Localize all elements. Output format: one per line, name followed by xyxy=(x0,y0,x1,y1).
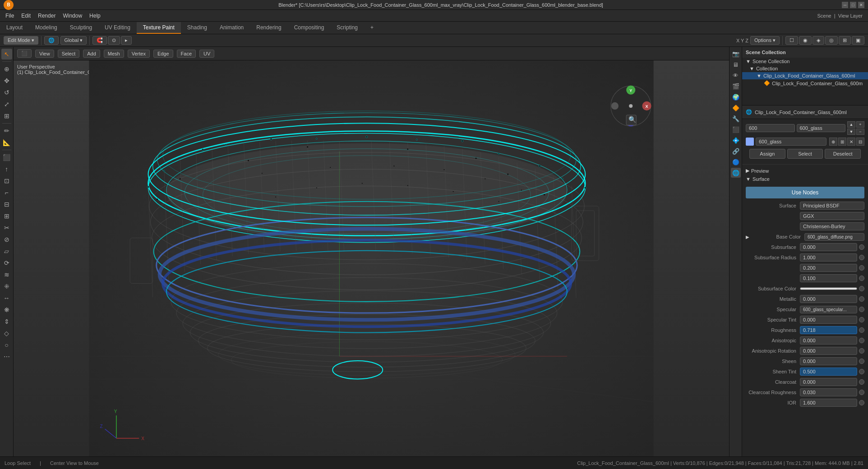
viewport-shading-btn[interactable]: 🌐 xyxy=(44,36,59,45)
material-remove-btn[interactable]: − xyxy=(856,129,864,135)
measure-tool[interactable]: 📐 xyxy=(1,137,12,148)
rip-tool[interactable]: ⋯ xyxy=(1,351,12,362)
clearcoat-dot[interactable] xyxy=(859,379,864,385)
cursor-tool[interactable]: ⊕ xyxy=(1,64,12,74)
sheen-tint-value[interactable]: 0.500 xyxy=(800,368,857,376)
sheen-value[interactable]: 0.000 xyxy=(800,357,857,365)
tab-texture-paint[interactable]: Texture Paint xyxy=(137,22,181,34)
snap-btn[interactable]: 🧲 xyxy=(92,36,107,45)
subsurface-value[interactable]: 0.000 xyxy=(800,243,857,251)
use-nodes-button[interactable]: Use Nodes xyxy=(746,187,864,198)
constraints-properties-icon[interactable]: 🔗 xyxy=(731,146,741,156)
material-btn[interactable]: ◈ xyxy=(813,36,824,45)
rotate-tool[interactable]: ↺ xyxy=(1,87,12,98)
tab-rendering[interactable]: Rendering xyxy=(250,22,287,34)
maximize-button[interactable]: □ xyxy=(850,2,856,8)
transform-tool[interactable]: ⊞ xyxy=(1,110,12,121)
add-cube-tool[interactable]: ⬛ xyxy=(1,152,12,163)
sheen-tint-dot[interactable] xyxy=(859,369,864,374)
menu-render[interactable]: Render xyxy=(34,12,59,20)
push-pull-tool[interactable]: ⇕ xyxy=(1,316,12,327)
object-properties-icon[interactable]: 🔶 xyxy=(731,103,741,113)
outliner-mesh[interactable]: 🔶 Clip_Lock_Food_Container_Glass_600m xyxy=(742,79,868,87)
material-active-name[interactable]: 600_glass xyxy=(756,138,826,146)
anisotropic-value[interactable]: 0.000 xyxy=(800,336,857,345)
subsurface-radius-b-value[interactable]: 0.100 xyxy=(800,274,857,282)
move-tool[interactable]: ✥ xyxy=(1,75,12,86)
proportional-edit[interactable]: ⊙ xyxy=(108,36,120,45)
subsurface-color-dot[interactable] xyxy=(859,286,864,291)
material-browse-btn[interactable]: ⊕ xyxy=(829,138,837,146)
rendered-btn[interactable]: ◎ xyxy=(825,36,838,45)
to-sphere-tool[interactable]: ○ xyxy=(1,340,12,350)
metallic-dot[interactable] xyxy=(859,296,864,302)
face-menu[interactable]: Face xyxy=(177,50,196,58)
material-options-btn[interactable]: ⊟ xyxy=(856,138,864,146)
edge-slide-tool[interactable]: ↔ xyxy=(1,293,12,303)
shrink-fatten-tool[interactable]: ❋ xyxy=(1,304,12,315)
subsurface-dot[interactable] xyxy=(859,244,864,250)
specular-tint-dot[interactable] xyxy=(859,317,864,322)
base-color-texture[interactable]: 600_glass_diffuse.png xyxy=(804,233,864,241)
bisect-tool[interactable]: ⊘ xyxy=(1,234,12,245)
outliner-object[interactable]: ▼ Clip_Lock_Food_Container_Glass_600ml xyxy=(742,72,868,79)
snap-options[interactable]: ▸ xyxy=(121,36,132,45)
subsurface-model-selector[interactable]: Christensen-Burley xyxy=(800,222,864,230)
outliner-collection[interactable]: ▼ Collection xyxy=(742,65,868,72)
mesh-menu[interactable]: Mesh xyxy=(104,50,124,58)
material-properties-icon[interactable]: 🌐 xyxy=(731,168,741,178)
poly-build-tool[interactable]: ▱ xyxy=(1,246,12,257)
vertex-menu[interactable]: Vertex xyxy=(128,50,150,58)
inset-tool[interactable]: ⊡ xyxy=(1,175,12,186)
close-button[interactable]: ✕ xyxy=(858,2,864,8)
tab-add[interactable]: + xyxy=(364,22,380,34)
roughness-dot[interactable] xyxy=(859,327,864,333)
tab-modeling[interactable]: Modeling xyxy=(29,22,64,34)
solid-btn[interactable]: ◉ xyxy=(799,36,812,45)
subsurface-color-swatch[interactable] xyxy=(800,287,857,290)
material-slot-up[interactable]: ▲ xyxy=(847,121,855,128)
select-menu[interactable]: Select xyxy=(58,50,80,58)
subsurface-radius-value[interactable]: 1.000 xyxy=(800,253,857,262)
tab-sculpting[interactable]: Sculpting xyxy=(64,22,98,34)
menu-window[interactable]: Window xyxy=(59,12,86,20)
anisotropic-rotation-dot[interactable] xyxy=(859,348,864,354)
edge-menu[interactable]: Edge xyxy=(153,50,173,58)
base-color-arrow[interactable]: ▶ xyxy=(746,234,749,239)
tab-layout[interactable]: Layout xyxy=(0,22,29,34)
spin-tool[interactable]: ⟳ xyxy=(1,257,12,268)
world-properties-icon[interactable]: 🌍 xyxy=(731,92,741,102)
sheen-dot[interactable] xyxy=(859,359,864,364)
render-properties-icon[interactable]: 📷 xyxy=(731,49,741,59)
overlays-btn[interactable]: ⊞ xyxy=(839,36,851,45)
view-properties-icon[interactable]: 👁 xyxy=(731,70,741,80)
data-properties-icon[interactable]: 🔵 xyxy=(731,157,741,167)
uv-menu[interactable]: UV xyxy=(199,50,214,58)
deselect-button[interactable]: Deselect xyxy=(825,149,861,159)
window-controls[interactable]: ─ □ ✕ xyxy=(842,2,864,8)
clearcoat-value[interactable]: 0.000 xyxy=(800,378,857,386)
smooth-tool[interactable]: ≋ xyxy=(1,269,12,280)
distribution-selector[interactable]: GGX xyxy=(800,212,864,220)
roughness-value[interactable]: 0.718 xyxy=(800,326,857,334)
randomize-tool[interactable]: ⁜ xyxy=(1,281,12,292)
assign-button[interactable]: Assign xyxy=(749,149,785,159)
material-name-field[interactable]: 600_glass xyxy=(797,124,846,132)
preview-section-header[interactable]: ▶ Preview xyxy=(742,166,868,175)
material-slot-down[interactable]: ▼ xyxy=(847,129,855,135)
material-add-btn[interactable]: + xyxy=(856,121,864,128)
tab-scripting[interactable]: Scripting xyxy=(330,22,364,34)
surface-section-header[interactable]: ▼ Surface xyxy=(742,175,868,183)
tab-compositing[interactable]: Compositing xyxy=(288,22,331,34)
tab-uv-editing[interactable]: UV Editing xyxy=(98,22,137,34)
menu-file[interactable]: File xyxy=(2,12,18,20)
subsurface-radius-g-dot[interactable] xyxy=(859,265,864,271)
outliner-scene-collection[interactable]: ▼ Scene Collection xyxy=(742,58,868,65)
anisotropic-dot[interactable] xyxy=(859,338,864,343)
wireframe-btn[interactable]: ☐ xyxy=(785,36,798,45)
select-button[interactable]: Select xyxy=(787,149,823,159)
xray-btn[interactable]: ▣ xyxy=(852,36,864,45)
menu-edit[interactable]: Edit xyxy=(18,12,34,20)
offset-cut-tool[interactable]: ⊞ xyxy=(1,211,12,221)
material-unlink-btn[interactable]: ✕ xyxy=(847,138,855,146)
